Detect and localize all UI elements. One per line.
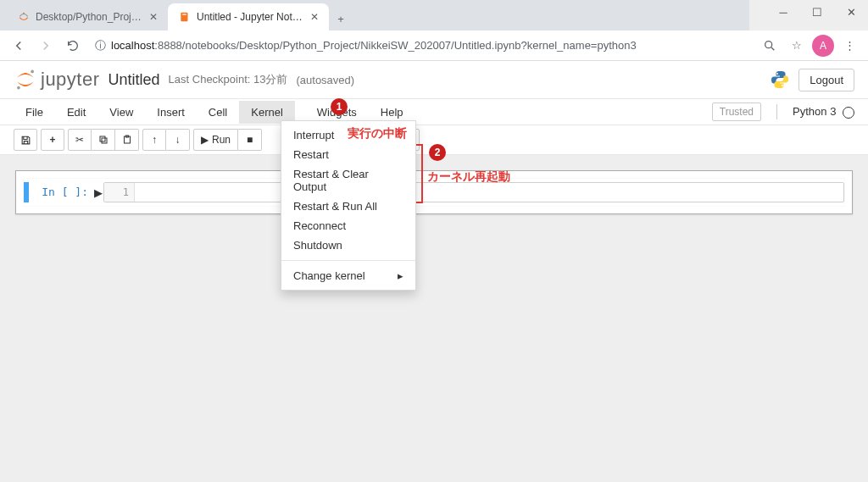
- close-icon[interactable]: ✕: [149, 11, 158, 23]
- menubar: File Edit View Insert Cell Kernel Widget…: [0, 98, 868, 125]
- close-icon[interactable]: ✕: [310, 11, 319, 23]
- profile-avatar[interactable]: A: [812, 35, 834, 57]
- svg-rect-9: [100, 136, 105, 141]
- cell-input[interactable]: 1: [103, 182, 844, 202]
- reload-button[interactable]: [61, 34, 85, 58]
- svg-point-6: [776, 73, 778, 75]
- jupyter-favicon-icon: [17, 10, 31, 24]
- dd-interrupt[interactable]: Interrupt: [281, 125, 415, 145]
- add-cell-button[interactable]: +: [41, 129, 64, 151]
- interrupt-button[interactable]: ■: [238, 129, 262, 151]
- minimize-button[interactable]: ─: [766, 0, 800, 24]
- menu-edit[interactable]: Edit: [55, 101, 97, 124]
- separator: [776, 104, 777, 119]
- svg-point-5: [17, 86, 20, 90]
- menu-icon[interactable]: ⋮: [837, 34, 861, 58]
- python-logo-icon: [770, 69, 790, 90]
- zoom-icon[interactable]: [758, 34, 782, 58]
- jupyter-page: jupyter Untitled Last Checkpoint: 13分前 (…: [0, 61, 868, 482]
- toolbar: + ✂ ↑ ↓ ▶ Run ■ ⌄: [0, 125, 868, 155]
- kernel-indicator[interactable]: Python 3: [793, 105, 854, 119]
- dd-reconnect[interactable]: Reconnect: [281, 216, 415, 235]
- checkpoint-text: Last Checkpoint: 13分前: [169, 72, 288, 87]
- notebook-header: jupyter Untitled Last Checkpoint: 13分前 (…: [0, 61, 868, 98]
- notebook-title[interactable]: Untitled: [108, 71, 160, 89]
- dropdown-divider: [281, 260, 415, 261]
- cut-button[interactable]: ✂: [68, 129, 92, 151]
- url-input[interactable]: ⓘ localhost:8888/notebooks/Desktop/Pytho…: [88, 35, 754, 57]
- svg-rect-8: [102, 138, 107, 143]
- address-bar: ⓘ localhost:8888/notebooks/Desktop/Pytho…: [0, 30, 868, 61]
- move-up-button[interactable]: ↑: [142, 129, 166, 151]
- kernel-status-icon: [843, 107, 854, 119]
- kernel-dropdown-menu: Interrupt Restart Restart & Clear Output…: [281, 120, 416, 291]
- svg-rect-1: [181, 13, 187, 22]
- menu-insert[interactable]: Insert: [145, 101, 197, 124]
- browser-tab[interactable]: Desktop/Python_Project/NikkeiS ✕: [7, 3, 168, 30]
- jupyter-logo-icon: [14, 68, 37, 91]
- dd-shutdown[interactable]: Shutdown: [281, 235, 415, 255]
- kernel-name-text: Python 3: [793, 105, 836, 118]
- line-number: 1: [104, 183, 135, 202]
- maximize-button[interactable]: ☐: [800, 0, 834, 24]
- browser-tab-active[interactable]: Untitled - Jupyter Notebook ✕: [168, 3, 329, 30]
- dd-restart[interactable]: Restart: [281, 145, 415, 164]
- jupyter-logo[interactable]: jupyter: [14, 68, 100, 91]
- url-text: localhost:8888/notebooks/Desktop/Python_…: [111, 39, 637, 52]
- svg-point-4: [31, 70, 34, 74]
- svg-point-7: [782, 85, 783, 86]
- cell-select-bar: [24, 182, 29, 202]
- move-down-button[interactable]: ↓: [166, 129, 190, 151]
- paste-button[interactable]: [115, 129, 139, 151]
- code-editor[interactable]: [135, 183, 843, 202]
- autosave-text: (autosaved): [296, 74, 354, 86]
- jupyter-logo-text: jupyter: [41, 69, 100, 91]
- tab-title: Untitled - Jupyter Notebook: [197, 11, 305, 23]
- svg-point-3: [765, 41, 772, 47]
- run-button[interactable]: ▶ Run: [193, 129, 238, 151]
- trusted-badge[interactable]: Trusted: [712, 102, 761, 121]
- close-window-button[interactable]: ✕: [834, 0, 868, 24]
- tab-title: Desktop/Python_Project/NikkeiS: [36, 11, 144, 23]
- run-label: Run: [212, 134, 231, 146]
- cell-prompt: In [ ]:: [34, 182, 93, 202]
- annotation-bracket: [416, 144, 423, 203]
- new-tab-button[interactable]: +: [329, 7, 353, 30]
- save-button[interactable]: [14, 129, 37, 151]
- run-cell-icon[interactable]: ▶: [93, 182, 103, 202]
- code-cell[interactable]: In [ ]: ▶ 1: [23, 178, 845, 207]
- browser-tab-strip: Desktop/Python_Project/NikkeiS ✕ Untitle…: [0, 0, 749, 30]
- star-icon[interactable]: ☆: [785, 34, 809, 58]
- notebook-area: In [ ]: ▶ 1: [0, 155, 868, 482]
- logout-button[interactable]: Logout: [798, 69, 854, 91]
- info-icon: ⓘ: [95, 38, 106, 53]
- menu-cell[interactable]: Cell: [197, 101, 239, 124]
- dd-change-kernel-label: Change kernel: [293, 269, 365, 282]
- notebook-favicon-icon: [178, 10, 192, 24]
- notebook-container: In [ ]: ▶ 1: [15, 170, 853, 214]
- dd-change-kernel[interactable]: Change kernel ▸: [281, 266, 415, 285]
- dd-restart-run[interactable]: Restart & Run All: [281, 197, 415, 216]
- window-controls: ─ ☐ ✕: [766, 0, 868, 27]
- chevron-right-icon: ▸: [398, 269, 403, 282]
- back-button[interactable]: [7, 34, 31, 58]
- svg-rect-2: [182, 14, 186, 15]
- menu-view[interactable]: View: [97, 101, 145, 124]
- forward-button[interactable]: [34, 34, 58, 58]
- dd-restart-clear[interactable]: Restart & Clear Output: [281, 164, 415, 197]
- copy-button[interactable]: [92, 129, 115, 151]
- menu-file[interactable]: File: [14, 101, 55, 124]
